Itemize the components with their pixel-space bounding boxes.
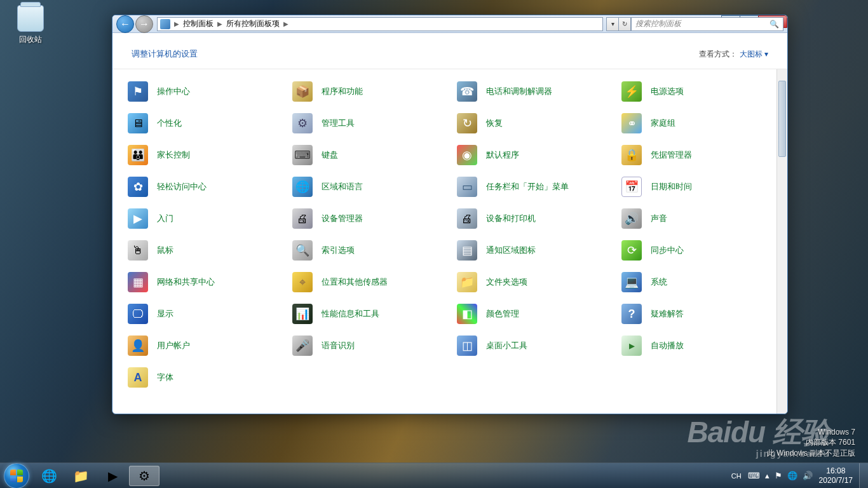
ic-auto-icon (621, 336, 642, 356)
ic-loc-icon (292, 272, 313, 292)
tray-chevron-icon[interactable]: ▴ (765, 471, 770, 480)
ic-date-icon (621, 177, 642, 197)
tray-flag-icon[interactable]: ⚑ (775, 471, 782, 480)
control-panel-item[interactable]: 通知区域图标 (453, 234, 611, 266)
control-panel-item[interactable]: 电话和调制解调器 (453, 76, 611, 107)
start-button[interactable] (4, 463, 29, 489)
control-panel-item[interactable]: 操作中心 (124, 76, 282, 107)
item-label: 凭据管理器 (651, 149, 692, 161)
scrollbar-thumb[interactable] (778, 81, 786, 157)
item-label: 语音识别 (322, 340, 355, 351)
control-panel-item[interactable]: 字体 (124, 362, 282, 393)
control-panel-item[interactable]: 桌面小工具 (453, 330, 611, 362)
tray-keyboard-icon[interactable]: ⌨ (748, 471, 760, 480)
nav-forward-button[interactable]: → (135, 15, 153, 33)
nav-back-button[interactable]: ← (116, 15, 134, 33)
items-scroll-area: 操作中心程序和功能电话和调制解调器电源选项个性化管理工具恢复家庭组家长控制键盘默… (112, 69, 787, 414)
ic-pers-icon (128, 113, 148, 133)
control-panel-item[interactable]: 轻松访问中心 (124, 171, 282, 203)
item-label: 管理工具 (322, 118, 355, 129)
control-panel-item[interactable]: 文件夹选项 (453, 266, 611, 298)
control-panel-item[interactable]: 设备和打印机 (453, 203, 611, 234)
control-panel-item[interactable]: 同步中心 (618, 234, 776, 266)
control-panel-item[interactable]: 颜色管理 (453, 298, 611, 330)
control-panel-item[interactable]: 系统 (618, 266, 776, 298)
windows-watermark: Windows 7 内部版本 7601 此 Windows 副本不是正版 (767, 427, 855, 459)
control-panel-item[interactable]: 程序和功能 (288, 76, 447, 107)
item-label: 日期和时间 (651, 181, 692, 193)
item-label: 显示 (157, 308, 173, 320)
ic-default-icon (457, 145, 477, 165)
control-panel-item[interactable]: 凭据管理器 (618, 139, 776, 171)
control-panel-item[interactable]: 显示 (124, 298, 282, 330)
item-label: 入门 (157, 213, 173, 224)
breadcrumb-root[interactable]: 控制面板 (183, 18, 214, 29)
show-desktop-button[interactable] (859, 463, 868, 489)
taskbar-explorer-button[interactable]: 📁 (65, 466, 96, 486)
clock-date: 2020/7/17 (819, 476, 853, 485)
item-label: 家长控制 (157, 149, 190, 161)
control-panel-item[interactable]: 家庭组 (618, 107, 776, 139)
ic-perf-icon (292, 304, 313, 324)
tray-network-icon[interactable]: 🌐 (787, 471, 797, 480)
tray-volume-icon[interactable]: 🔊 (803, 471, 813, 480)
ic-mouse-icon (128, 240, 148, 261)
control-panel-item[interactable]: 自动播放 (618, 330, 776, 362)
control-panel-item[interactable]: 恢复 (453, 107, 611, 139)
search-input[interactable]: 搜索控制面板 🔍 (631, 17, 783, 31)
refresh-button[interactable]: ↻ (618, 17, 631, 31)
control-panel-item[interactable]: 性能信息和工具 (288, 298, 447, 330)
item-label: 设备和打印机 (486, 213, 536, 224)
item-label: 区域和语言 (322, 181, 363, 193)
scrollbar[interactable] (776, 69, 787, 414)
taskbar-clock[interactable]: 16:08 2020/7/17 (819, 466, 853, 485)
ic-notif-icon (457, 240, 477, 261)
address-dropdown-button[interactable]: ▾ (606, 17, 619, 31)
control-panel-item[interactable]: 网络和共享中心 (124, 266, 282, 298)
control-panel-item[interactable]: 管理工具 (288, 107, 447, 139)
control-panel-item[interactable]: 区域和语言 (288, 171, 447, 203)
control-panel-item[interactable]: 键盘 (288, 139, 447, 171)
ic-phone-icon (457, 81, 477, 102)
item-label: 用户帐户 (157, 340, 190, 351)
control-panel-item[interactable]: 家长控制 (124, 139, 282, 171)
system-tray: CH ⌨ ▴ ⚑ 🌐 🔊 16:08 2020/7/17 (725, 466, 859, 485)
breadcrumb-current[interactable]: 所有控制面板项 (226, 18, 280, 29)
address-bar[interactable]: ▶ 控制面板 ▶ 所有控制面板项 ▶ (157, 17, 603, 31)
control-panel-item[interactable]: 任务栏和「开始」菜单 (453, 171, 611, 203)
control-panel-item[interactable]: 位置和其他传感器 (288, 266, 447, 298)
item-label: 系统 (651, 276, 667, 288)
item-label: 轻松访问中心 (157, 181, 207, 193)
item-label: 同步中心 (651, 245, 684, 256)
breadcrumb-sep-icon: ▶ (283, 20, 288, 27)
control-panel-item[interactable]: 用户帐户 (124, 330, 282, 362)
item-label: 鼠标 (157, 245, 173, 256)
taskbar-media-button[interactable]: ▶ (97, 466, 128, 486)
tray-ime[interactable]: CH (731, 472, 742, 480)
item-label: 程序和功能 (322, 86, 363, 97)
control-panel-item[interactable]: 声音 (618, 203, 776, 234)
control-panel-item[interactable]: 个性化 (124, 107, 282, 139)
ic-kbd-icon (292, 145, 313, 165)
taskbar-ie-button[interactable]: 🌐 (34, 466, 64, 486)
control-panel-item[interactable]: 设备管理器 (288, 203, 447, 234)
item-label: 性能信息和工具 (322, 308, 379, 320)
control-panel-item[interactable]: 日期和时间 (618, 171, 776, 203)
view-mode-dropdown[interactable]: 大图标 ▾ (740, 50, 768, 58)
ic-parent-icon (128, 145, 148, 165)
page-title: 调整计算机的设置 (132, 48, 198, 60)
control-panel-item[interactable]: 鼠标 (124, 234, 282, 266)
control-panel-item[interactable]: 电源选项 (618, 76, 776, 107)
control-panel-item[interactable]: 入门 (124, 203, 282, 234)
view-mode-label: 查看方式： (699, 50, 737, 58)
control-panel-item[interactable]: 默认程序 (453, 139, 611, 171)
control-panel-item[interactable]: 索引选项 (288, 234, 447, 266)
recycle-bin[interactable]: 回收站 (11, 5, 50, 45)
item-label: 键盘 (322, 149, 338, 161)
ic-region-icon (292, 177, 313, 197)
item-label: 颜色管理 (486, 308, 519, 320)
control-panel-item[interactable]: 疑难解答 (618, 298, 776, 330)
item-label: 电话和调制解调器 (486, 86, 552, 97)
taskbar-controlpanel-button[interactable]: ⚙ (129, 466, 159, 486)
control-panel-item[interactable]: 语音识别 (288, 330, 447, 362)
